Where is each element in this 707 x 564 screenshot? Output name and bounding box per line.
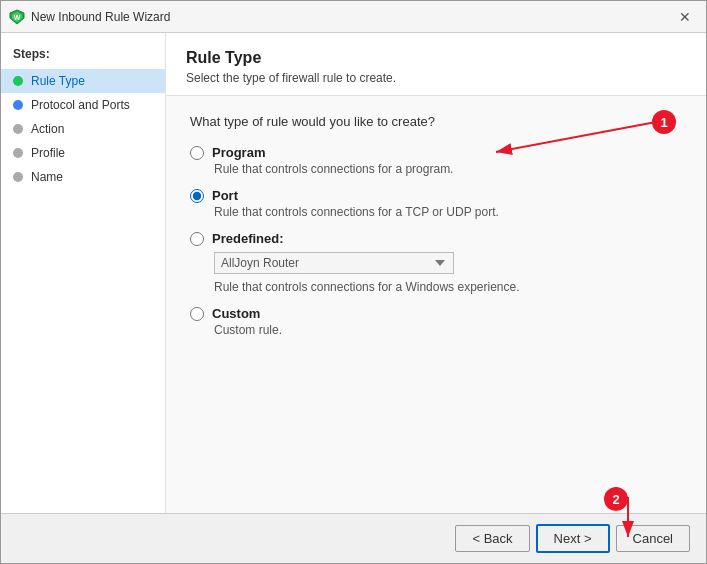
step-indicator-name bbox=[13, 172, 23, 182]
step-indicator-profile bbox=[13, 148, 23, 158]
sidebar-item-protocol-ports[interactable]: Protocol and Ports bbox=[1, 93, 165, 117]
option-program-row: Program bbox=[190, 145, 682, 160]
desc-program: Rule that controls connections for a pro… bbox=[214, 162, 682, 176]
label-program: Program bbox=[212, 145, 265, 160]
predefined-select[interactable]: AllJoyn Router bbox=[214, 252, 454, 274]
sidebar-label-protocol-ports: Protocol and Ports bbox=[31, 98, 130, 112]
sidebar-item-profile[interactable]: Profile bbox=[1, 141, 165, 165]
option-predefined: Predefined: AllJoyn Router Rule that con… bbox=[190, 231, 682, 294]
main-panel: Rule Type Select the type of firewall ru… bbox=[166, 33, 706, 513]
sidebar-label-rule-type: Rule Type bbox=[31, 74, 85, 88]
desc-predefined: Rule that controls connections for a Win… bbox=[214, 280, 682, 294]
radio-port[interactable] bbox=[190, 189, 204, 203]
step-indicator-protocol-ports bbox=[13, 100, 23, 110]
close-button[interactable]: ✕ bbox=[672, 4, 698, 30]
page-title: Rule Type bbox=[186, 49, 686, 67]
option-custom: Custom Custom rule. bbox=[190, 306, 682, 337]
desc-port: Rule that controls connections for a TCP… bbox=[214, 205, 682, 219]
radio-predefined[interactable] bbox=[190, 232, 204, 246]
next-button[interactable]: Next > bbox=[536, 524, 610, 553]
desc-custom: Custom rule. bbox=[214, 323, 682, 337]
options-group: Program Rule that controls connections f… bbox=[190, 145, 682, 337]
footer: 2 < Back Next > Cancel bbox=[1, 513, 706, 563]
main-header: Rule Type Select the type of firewall ru… bbox=[166, 33, 706, 96]
window-title: New Inbound Rule Wizard bbox=[31, 10, 672, 24]
sidebar-label-action: Action bbox=[31, 122, 64, 136]
step-indicator-action bbox=[13, 124, 23, 134]
radio-program[interactable] bbox=[190, 146, 204, 160]
sidebar-item-rule-type[interactable]: Rule Type bbox=[1, 69, 165, 93]
option-predefined-row: Predefined: bbox=[190, 231, 682, 246]
option-program: Program Rule that controls connections f… bbox=[190, 145, 682, 176]
page-subtitle: Select the type of firewall rule to crea… bbox=[186, 71, 686, 85]
option-port-row: Port bbox=[190, 188, 682, 203]
option-port: Port Rule that controls connections for … bbox=[190, 188, 682, 219]
step-indicator-rule-type bbox=[13, 76, 23, 86]
annotation-circle-1: 1 bbox=[652, 110, 676, 134]
predefined-dropdown-area: AllJoyn Router bbox=[214, 252, 682, 274]
content-area: Steps: Rule Type Protocol and Ports Acti… bbox=[1, 33, 706, 513]
label-custom: Custom bbox=[212, 306, 260, 321]
radio-custom[interactable] bbox=[190, 307, 204, 321]
app-icon: W bbox=[9, 9, 25, 25]
label-predefined: Predefined: bbox=[212, 231, 284, 246]
annotation-1: 1 bbox=[652, 110, 676, 134]
main-body: What type of rule would you like to crea… bbox=[166, 96, 706, 513]
back-button[interactable]: < Back bbox=[455, 525, 529, 552]
svg-text:W: W bbox=[14, 14, 21, 21]
annotation-circle-2: 2 bbox=[604, 487, 628, 511]
cancel-button[interactable]: Cancel bbox=[616, 525, 690, 552]
sidebar-label-profile: Profile bbox=[31, 146, 65, 160]
sidebar: Steps: Rule Type Protocol and Ports Acti… bbox=[1, 33, 166, 513]
question-text: What type of rule would you like to crea… bbox=[190, 114, 682, 129]
label-port: Port bbox=[212, 188, 238, 203]
sidebar-header: Steps: bbox=[1, 43, 165, 69]
title-bar: W New Inbound Rule Wizard ✕ bbox=[1, 1, 706, 33]
sidebar-item-name[interactable]: Name bbox=[1, 165, 165, 189]
sidebar-item-action[interactable]: Action bbox=[1, 117, 165, 141]
sidebar-label-name: Name bbox=[31, 170, 63, 184]
option-custom-row: Custom bbox=[190, 306, 682, 321]
wizard-window: W New Inbound Rule Wizard ✕ Steps: Rule … bbox=[0, 0, 707, 564]
